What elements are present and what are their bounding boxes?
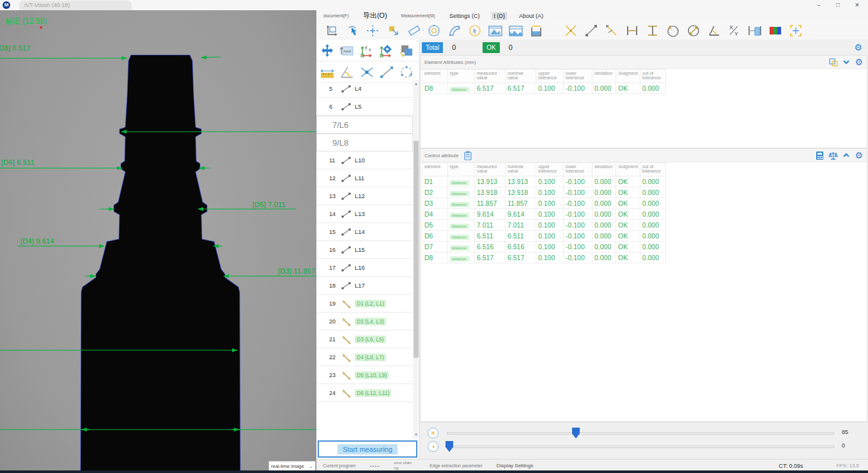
diameter-measure-tool-icon[interactable] bbox=[686, 23, 701, 38]
measurement-list-item[interactable]: 15 L14 bbox=[316, 223, 414, 241]
measurement-list: 5 L4 6 L5 bbox=[316, 80, 414, 438]
concentric-circle-tool-icon[interactable] bbox=[426, 23, 442, 38]
measurement-list-item[interactable]: 20 D2 (L4, L3) bbox=[316, 313, 414, 330]
menu-item[interactable]: document(F) bbox=[322, 13, 351, 19]
display-settings-label[interactable]: Display Settings bbox=[497, 463, 533, 469]
table-row[interactable]: D5 distance 7.011 7.011 0.100 -0.100 0.0… bbox=[422, 220, 666, 231]
brightness-icon[interactable]: ☀ bbox=[428, 428, 438, 438]
menu-item[interactable]: t (D) bbox=[492, 12, 507, 20]
back-measure-tool-icon[interactable]: back bbox=[338, 42, 356, 59]
brightness-slider-thumb[interactable] bbox=[572, 428, 580, 438]
table-row[interactable]: D3 distance 11.857 11.857 0.100 -0.100 0… bbox=[422, 198, 666, 209]
axis-yx-tool-icon[interactable]: yx bbox=[358, 42, 376, 59]
arc-tool-icon[interactable] bbox=[447, 23, 462, 38]
menu-item[interactable]: Settings (C) bbox=[447, 12, 482, 20]
line-element-tool-icon[interactable] bbox=[378, 64, 396, 81]
close-button[interactable]: ✕ bbox=[848, 0, 867, 10]
measurement-list-item[interactable]: 17 L16 bbox=[316, 259, 414, 277]
scroll-up-icon[interactable]: ▲ bbox=[413, 81, 419, 87]
item-number: 23 bbox=[329, 372, 339, 378]
shape-select-tool-icon[interactable] bbox=[467, 23, 483, 38]
measurement-list-item[interactable]: 16 L15 bbox=[316, 241, 414, 259]
chevron-down-icon[interactable] bbox=[842, 58, 850, 66]
intersection-tool-icon[interactable] bbox=[563, 23, 578, 38]
crosshair-locate-icon[interactable] bbox=[365, 23, 380, 38]
ruler-tool-icon[interactable] bbox=[318, 64, 336, 81]
table-row[interactable]: D1 distance 13.913 13.913 0.100 -0.100 0… bbox=[422, 176, 666, 187]
clipboard-icon[interactable] bbox=[463, 150, 473, 160]
balance-scale-icon[interactable] bbox=[828, 151, 838, 160]
image-compare-tool-icon[interactable] bbox=[747, 23, 763, 38]
container-level-tool-icon[interactable] bbox=[529, 23, 544, 38]
menu-item[interactable]: Measurement(M) bbox=[399, 13, 437, 19]
scroll-down-icon[interactable]: ▼ bbox=[413, 431, 419, 438]
chevron-up-icon[interactable] bbox=[842, 151, 850, 159]
table-row[interactable]: D2 distance 13.918 13.918 0.100 -0.100 0… bbox=[422, 187, 666, 198]
measurement-list-item[interactable]: 13 L12 bbox=[316, 187, 414, 205]
image-valley-tool-icon[interactable] bbox=[508, 23, 523, 38]
xy-coordinate-tool-icon[interactable]: XY bbox=[727, 23, 742, 38]
measurement-list-item[interactable]: 9/L8 bbox=[316, 134, 413, 151]
perpendicular-tool-icon[interactable] bbox=[604, 23, 619, 38]
brightness-slider[interactable] bbox=[447, 432, 834, 435]
counter-settings-gear-icon[interactable]: ⚙ bbox=[854, 43, 862, 52]
switch-view-icon[interactable] bbox=[829, 58, 838, 66]
measurement-list-item[interactable]: 22 D4 (L8, L7) bbox=[316, 348, 414, 366]
deviation: 0.000 bbox=[593, 209, 616, 220]
camera-image-view[interactable]: 标定 (12.58) [D8] 6.517 [D6] 6.511 [D5] 7.… bbox=[0, 10, 317, 471]
color-tool-icon[interactable] bbox=[768, 23, 783, 38]
table-row[interactable]: D8 distance 6.517 6.517 0.100 -0.100 0.0… bbox=[422, 83, 666, 94]
angle-measure-tool-icon[interactable] bbox=[706, 23, 722, 38]
list-scrollbar[interactable]: ▲ ▼ bbox=[413, 80, 419, 438]
measurement-list-item[interactable]: 7/L6 bbox=[316, 116, 413, 134]
start-measuring-button[interactable]: Start measuring bbox=[318, 440, 417, 458]
axis-settings-tool-icon[interactable] bbox=[378, 42, 396, 59]
point-tool-icon[interactable] bbox=[385, 23, 401, 38]
copy-elements-tool-icon[interactable] bbox=[398, 42, 415, 59]
coordinate-system-icon[interactable] bbox=[324, 23, 339, 38]
measurement-list-item[interactable]: 19 D1 (L2, L1) bbox=[316, 295, 414, 313]
contrast-icon[interactable]: ◑ bbox=[428, 441, 438, 452]
image-mode-dropdown[interactable]: real-time image ⌄ bbox=[268, 461, 316, 471]
measurement-list-item[interactable]: 21 D3 (L6, L5) bbox=[316, 330, 414, 348]
table-row[interactable]: D8 distance 6.517 6.517 0.100 -0.100 0.0… bbox=[422, 252, 666, 263]
error-chart-label[interactable]: error chart ng bbox=[394, 461, 415, 470]
vertical-distance-tool-icon[interactable] bbox=[645, 23, 660, 38]
measurement-list-item[interactable]: 12 L11 bbox=[316, 169, 414, 187]
edge-extraction-label[interactable]: Edge extraction parameter bbox=[430, 463, 483, 468]
element-attributes-gear-icon[interactable]: ⚙ bbox=[855, 58, 863, 66]
rect-tool-icon[interactable] bbox=[406, 23, 421, 38]
table-row[interactable]: D6 distance 6.511 6.511 0.100 -0.100 0.0… bbox=[422, 231, 666, 242]
measurement-list-item[interactable]: 18 L17 bbox=[316, 277, 414, 295]
measurement-list-item[interactable]: 14 L13 bbox=[316, 205, 414, 223]
intersection-point-tool-icon[interactable] bbox=[358, 64, 376, 81]
measurement-list-item[interactable]: 6 L5 bbox=[316, 98, 414, 116]
circle-element-tool-icon[interactable] bbox=[398, 64, 415, 81]
image-peak-tool-icon[interactable] bbox=[488, 23, 503, 38]
title-bar[interactable]: M iVT-Vision (40.18) – □ ✕ bbox=[0, 0, 868, 11]
judgment: OK bbox=[616, 231, 640, 242]
control-attribute-gear-icon[interactable]: ⚙ bbox=[855, 151, 863, 160]
touch-measure-icon[interactable] bbox=[345, 23, 360, 38]
angle-tool-icon[interactable] bbox=[338, 64, 356, 81]
calculator-icon[interactable] bbox=[816, 151, 824, 160]
horizontal-distance-tool-icon[interactable] bbox=[624, 23, 640, 38]
scrollbar-thumb[interactable] bbox=[414, 141, 419, 358]
measurement-list-item[interactable]: 23 D5 (L10, L9) bbox=[316, 366, 414, 384]
menu-item[interactable]: About (A) bbox=[517, 12, 545, 20]
maximize-button[interactable]: □ bbox=[828, 0, 848, 10]
table-row[interactable]: D7 distance 6.516 6.516 0.100 -0.100 0.0… bbox=[422, 242, 666, 252]
measurement-list-item[interactable]: 24 D6 (L12, L11) bbox=[316, 384, 414, 402]
item-number: 21 bbox=[329, 336, 339, 343]
table-row[interactable]: D4 distance 9.614 9.614 0.100 -0.100 0.0… bbox=[422, 209, 666, 220]
measurement-list-item[interactable]: 11 L10 bbox=[316, 151, 414, 169]
measurement-list-item[interactable]: 5 L4 bbox=[316, 80, 414, 98]
focus-region-tool-icon[interactable] bbox=[788, 23, 803, 38]
contrast-slider[interactable] bbox=[447, 446, 834, 448]
line-tool-icon[interactable] bbox=[584, 23, 599, 38]
circle-measure-tool-icon[interactable] bbox=[665, 23, 681, 38]
minimize-button[interactable]: – bbox=[809, 0, 828, 10]
move-tool-icon[interactable] bbox=[318, 42, 336, 59]
menu-item[interactable]: 导出(O) bbox=[361, 10, 389, 21]
contrast-slider-thumb[interactable] bbox=[446, 441, 453, 452]
